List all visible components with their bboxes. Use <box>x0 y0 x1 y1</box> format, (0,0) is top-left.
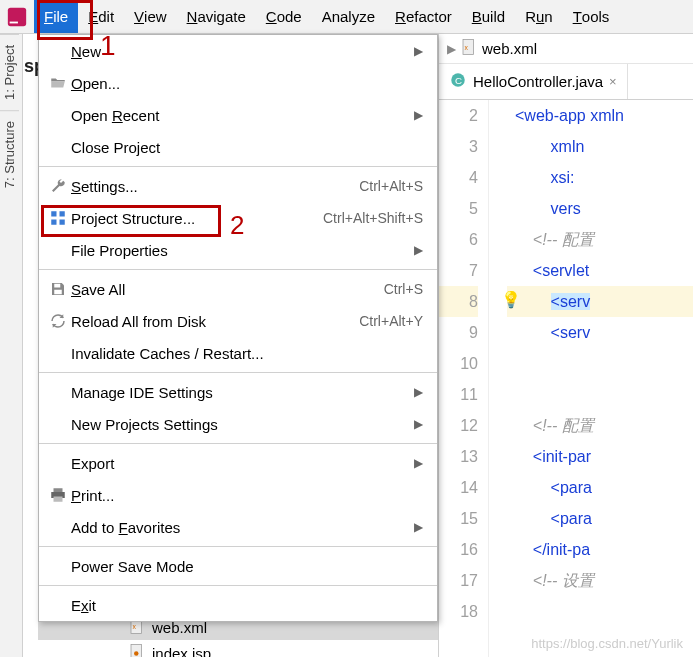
menubar-item-run[interactable]: Run <box>515 0 563 33</box>
code-line[interactable]: <serv <box>507 317 693 348</box>
editor-tabs: C HelloController.java × <box>439 64 693 100</box>
toolwindow-tab-structure[interactable]: 7: Structure <box>0 110 19 198</box>
code-line[interactable]: xsi: <box>507 162 693 193</box>
fold-gutter <box>489 100 507 657</box>
menubar-item-file[interactable]: File <box>34 0 78 33</box>
watermark: https://blog.csdn.net/Yurlik <box>531 636 683 651</box>
line-number: 12 <box>439 410 478 441</box>
tree-row-index-isp[interactable]: index.isp <box>38 640 438 657</box>
line-number: 7 <box>439 255 478 286</box>
menu-item-label: Open Recent <box>71 107 414 124</box>
chevron-right-icon: ▶ <box>414 417 423 431</box>
menu-item-label: Export <box>71 455 414 472</box>
toolwindow-tab-project[interactable]: 1: Project <box>0 34 19 110</box>
code-line[interactable]: <!-- 配置 <box>507 410 693 441</box>
menu-item-settings[interactable]: Settings...Ctrl+Alt+S <box>39 170 437 202</box>
menu-item-print[interactable]: Print... <box>39 479 437 511</box>
menu-item-label: Power Save Mode <box>71 558 423 575</box>
menu-item-add-to-favorites[interactable]: Add to Favorites▶ <box>39 511 437 543</box>
menu-item-new[interactable]: New▶ <box>39 35 437 67</box>
menu-item-open[interactable]: Open... <box>39 67 437 99</box>
menu-item-shortcut: Ctrl+S <box>384 281 423 297</box>
menu-item-close-project[interactable]: Close Project <box>39 131 437 163</box>
tree-row-label: index.isp <box>152 645 211 658</box>
chevron-right-icon: ▶ <box>414 44 423 58</box>
svg-rect-6 <box>54 284 60 288</box>
breadcrumb[interactable]: ▶ x web.xml <box>439 34 693 64</box>
menu-separator <box>39 585 437 586</box>
menubar-item-view[interactable]: View <box>124 0 177 33</box>
close-icon[interactable]: × <box>609 74 617 89</box>
menu-separator <box>39 372 437 373</box>
menu-item-invalidate-caches-restart[interactable]: Invalidate Caches / Restart... <box>39 337 437 369</box>
code-line[interactable]: <servlet <box>507 255 693 286</box>
editor-tab-label: HelloController.java <box>473 73 603 90</box>
code-line[interactable]: xmln <box>507 131 693 162</box>
menubar-item-build[interactable]: Build <box>462 0 515 33</box>
line-number: 11 <box>439 379 478 410</box>
code-line[interactable]: <!-- 配置 <box>507 224 693 255</box>
code-line[interactable] <box>507 348 693 379</box>
code-line[interactable]: <serv <box>507 286 693 317</box>
code-line[interactable]: <web-app xmln <box>507 100 693 131</box>
menubar: FileEditViewNavigateCodeAnalyzeRefactorB… <box>0 0 693 34</box>
chevron-right-icon: ▶ <box>414 520 423 534</box>
chevron-right-icon: ▶ <box>447 42 456 56</box>
code-editor[interactable]: 23456789101112131415161718 <web-app xmln… <box>439 100 693 657</box>
svg-point-14 <box>134 651 139 656</box>
svg-text:C: C <box>455 75 462 86</box>
intention-bulb-icon[interactable]: 💡 <box>501 290 521 309</box>
menubar-item-analyze[interactable]: Analyze <box>312 0 385 33</box>
grid-icon <box>45 209 71 227</box>
menu-item-shortcut: Ctrl+Alt+S <box>359 178 423 194</box>
reload-icon <box>45 312 71 330</box>
menu-item-manage-ide-settings[interactable]: Manage IDE Settings▶ <box>39 376 437 408</box>
menu-item-shortcut: Ctrl+Alt+Y <box>359 313 423 329</box>
line-number: 13 <box>439 441 478 472</box>
annotation-number-2: 2 <box>230 210 244 241</box>
code-line[interactable]: vers <box>507 193 693 224</box>
menu-item-label: New <box>71 43 414 60</box>
menu-item-exit[interactable]: Exit <box>39 589 437 621</box>
menubar-item-edit[interactable]: Edit <box>78 0 124 33</box>
code-line[interactable]: <!-- 设置 <box>507 565 693 596</box>
code-line[interactable]: <init-par <box>507 441 693 472</box>
menu-item-new-projects-settings[interactable]: New Projects Settings▶ <box>39 408 437 440</box>
code-line[interactable]: <para <box>507 503 693 534</box>
code-line[interactable] <box>507 596 693 627</box>
menubar-item-tools[interactable]: Tools <box>563 0 620 33</box>
svg-rect-7 <box>54 290 62 295</box>
chevron-right-icon: ▶ <box>414 456 423 470</box>
app-icon <box>0 0 34 33</box>
menu-item-label: Project Structure... <box>71 210 323 227</box>
code-content[interactable]: <web-app xmln xmln xsi: vers <!-- 配置 <se… <box>507 100 693 657</box>
menu-item-save-all[interactable]: Save AllCtrl+S <box>39 273 437 305</box>
menu-item-export[interactable]: Export▶ <box>39 447 437 479</box>
menu-item-power-save-mode[interactable]: Power Save Mode <box>39 550 437 582</box>
menu-item-reload-all-from-disk[interactable]: Reload All from DiskCtrl+Alt+Y <box>39 305 437 337</box>
line-number: 5 <box>439 193 478 224</box>
menubar-item-code[interactable]: Code <box>256 0 312 33</box>
menubar-item-refactor[interactable]: Refactor <box>385 0 462 33</box>
code-line[interactable]: </init-pa <box>507 534 693 565</box>
menu-item-label: Print... <box>71 487 423 504</box>
svg-rect-8 <box>54 488 63 492</box>
code-line[interactable]: <para <box>507 472 693 503</box>
menu-item-label: Close Project <box>71 139 423 156</box>
editor-area: ▶ x web.xml C HelloController.java × 234… <box>438 34 693 657</box>
breadcrumb-label: web.xml <box>482 40 537 57</box>
menu-item-open-recent[interactable]: Open Recent▶ <box>39 99 437 131</box>
code-line[interactable] <box>507 379 693 410</box>
menu-separator <box>39 546 437 547</box>
menu-item-label: Open... <box>71 75 423 92</box>
menubar-item-navigate[interactable]: Navigate <box>177 0 256 33</box>
editor-tab-hellocontroller[interactable]: C HelloController.java × <box>439 64 628 99</box>
line-number: 14 <box>439 472 478 503</box>
menu-separator <box>39 166 437 167</box>
svg-rect-4 <box>51 220 56 225</box>
menu-item-label: Invalidate Caches / Restart... <box>71 345 423 362</box>
menu-item-label: Manage IDE Settings <box>71 384 414 401</box>
chevron-right-icon: ▶ <box>414 243 423 257</box>
menu-item-label: Add to Favorites <box>71 519 414 536</box>
annotation-number-1: 1 <box>100 30 116 62</box>
